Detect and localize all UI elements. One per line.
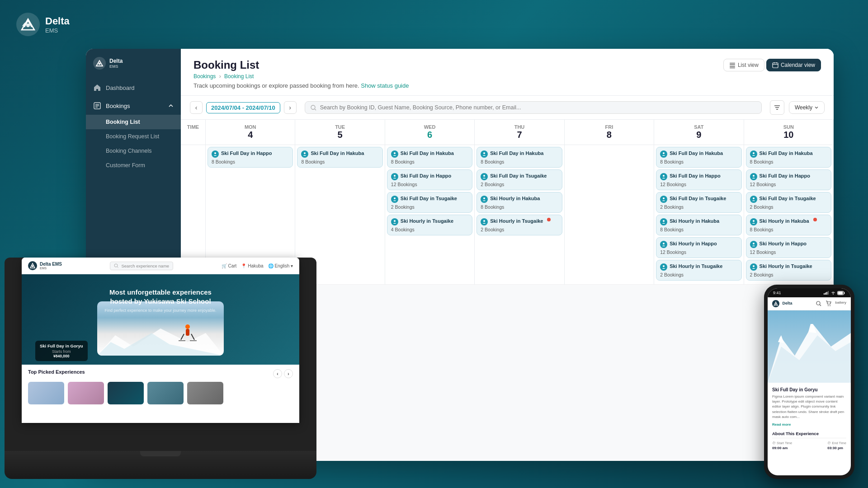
laptop-nav: 🛒 Cart 📍 Hakuba 🌐 English ▾ [222, 263, 293, 268]
phone-notch [796, 288, 823, 291]
next-picked-btn[interactable]: › [284, 369, 293, 378]
app-logo: Delta EMS [16, 13, 70, 36]
event-card[interactable]: Ski Full Day in Hakuba 8 Bookings [387, 147, 472, 168]
sidebar-item-customer-form[interactable]: Customer Form [86, 158, 181, 173]
prev-date-btn[interactable]: ‹ [190, 101, 203, 114]
event-icon [660, 196, 667, 203]
event-card[interactable]: Ski Full Day in Hakuba 8 Bookings [656, 147, 741, 168]
weekly-select[interactable]: Weekly [789, 101, 825, 114]
phone-card-title: Ski Full Day in Goryu [772, 387, 846, 392]
svg-point-1 [26, 23, 30, 27]
svg-point-12 [304, 152, 306, 154]
laptop-nav-lang[interactable]: 🌐 English ▾ [268, 263, 293, 268]
date-range-display: 2024/07/04 - 2024/07/10 [206, 102, 280, 113]
cal-header-fri: FRI 8 [565, 120, 654, 145]
phone-end-time: ⏱ End Time 03:30 pm [827, 441, 846, 450]
event-icon [391, 196, 398, 203]
svg-rect-6 [730, 65, 735, 66]
phone-search-icon[interactable] [816, 300, 822, 307]
phone-logo-icon [772, 300, 779, 307]
sidebar-logo-title: Delta [109, 58, 123, 64]
event-icon [391, 218, 398, 225]
picked-card-4[interactable] [147, 382, 184, 404]
picked-card-3[interactable] [108, 382, 144, 404]
sidebar-item-booking-list[interactable]: Booking List [86, 115, 181, 129]
picked-card-1[interactable] [28, 382, 64, 404]
event-card[interactable]: Ski Full Day in Happo 12 Bookings [656, 169, 741, 190]
svg-line-39 [191, 334, 194, 340]
event-card[interactable]: Ski Full Day in Happo 12 Bookings [746, 169, 831, 190]
event-card[interactable]: Ski Full Day in Hakuba 8 Bookings [297, 147, 382, 168]
prev-picked-btn[interactable]: ‹ [273, 369, 282, 378]
laptop-nav-location[interactable]: 📍 Hakuba [241, 263, 263, 268]
event-icon [660, 150, 667, 158]
event-card[interactable]: Ski Hourly in Happo 12 Bookings [656, 237, 741, 258]
svg-point-19 [483, 197, 485, 199]
event-alert-dot [813, 218, 817, 221]
sidebar-logo: Delta EMS [86, 57, 181, 79]
phone-info-row: ⏱ Start Time 09:00 am ⏱ End Time 03:30 p… [772, 438, 846, 450]
phone-read-more[interactable]: Read more [772, 422, 791, 427]
phone-start-time: ⏱ Start Time 09:00 am [772, 441, 792, 450]
filter-button[interactable] [770, 100, 784, 115]
event-card[interactable]: Ski Full Day in Tsugaike 2 Bookings [387, 192, 472, 213]
cal-header-mon: MON 4 [206, 120, 295, 145]
svg-rect-37 [186, 329, 189, 336]
next-date-btn[interactable]: › [284, 101, 297, 114]
event-card[interactable]: Ski Hourly in Tsugaike 2 Bookings [656, 260, 741, 281]
chevron-up-icon [168, 103, 174, 108]
event-card[interactable]: Ski Hourly in Happo 12 Bookings [746, 237, 831, 258]
svg-point-52 [830, 305, 830, 306]
svg-rect-44 [826, 292, 827, 295]
cal-cell-sun: Ski Full Day in Hakuba 8 Bookings Ski Fu… [744, 145, 834, 285]
event-card[interactable]: Ski Full Day in Tsugaike 2 Bookings [746, 192, 831, 213]
list-icon [729, 62, 736, 68]
svg-point-23 [663, 197, 665, 199]
search-bar[interactable] [305, 101, 762, 114]
laptop-hinge [140, 451, 181, 456]
laptop-hero: Most unforgettable experienceshosted by … [22, 274, 299, 365]
event-card[interactable]: Ski Hourly in Tsugaike 4 Bookings [387, 215, 472, 235]
picked-card-5[interactable] [187, 382, 223, 404]
app-logo-title: Delta [45, 15, 70, 27]
event-card[interactable]: Ski Full Day in Hakuba 8 Bookings [476, 147, 562, 168]
event-card[interactable]: Ski Full Day in Happo 12 Bookings [387, 169, 472, 190]
event-card[interactable]: Ski Full Day in Hakuba 8 Bookings [746, 147, 831, 168]
event-card[interactable]: Ski Hourly in Hakuba 8 Bookings [656, 215, 741, 235]
phone-cart-icon[interactable] [826, 300, 832, 307]
event-card[interactable]: Ski Hourly in Tsugaike 2 Bookings [476, 215, 562, 235]
list-view-btn[interactable]: List view [723, 59, 764, 71]
mountain-svg [97, 324, 224, 356]
laptop-nav-cart[interactable]: 🛒 Cart [222, 263, 237, 268]
event-card[interactable]: Ski Hourly in Tsugaike 2 Bookings [746, 260, 831, 281]
sidebar-logo-icon [93, 57, 106, 70]
calendar-icon [772, 62, 778, 68]
event-card[interactable]: Ski Hourly in Hakuba 8 Bookings [476, 192, 562, 213]
svg-point-35 [114, 264, 118, 267]
breadcrumb: Bookings › Booking List [193, 73, 409, 80]
svg-point-25 [663, 243, 665, 244]
sidebar-item-dashboard[interactable]: Dashboard [86, 79, 181, 97]
cal-header-wed: WED 6 [385, 120, 475, 145]
event-card[interactable]: Ski Hourly in Hakuba 8 Bookings [746, 215, 831, 235]
battery-icon [837, 291, 845, 295]
calendar-view-btn[interactable]: Calendar view [766, 59, 821, 71]
sidebar-item-booking-request-list[interactable]: Booking Request List [86, 129, 181, 144]
event-card[interactable]: Ski Full Day in Tsugaike 2 Bookings [476, 169, 562, 190]
svg-point-18 [483, 175, 485, 177]
laptop-base [5, 451, 316, 479]
svg-rect-43 [825, 293, 826, 295]
sidebar-item-bookings[interactable]: Bookings [86, 97, 181, 115]
event-card[interactable]: Ski Full Day in Happo 8 Bookings [208, 147, 293, 168]
search-input[interactable] [320, 104, 756, 111]
event-card[interactable]: Ski Full Day in Tsugaike 2 Bookings [656, 192, 741, 213]
laptop-logo: Delta EMS EMS [28, 261, 62, 270]
event-icon [750, 150, 757, 158]
status-guide-link[interactable]: Show status guide [361, 82, 409, 89]
sidebar-item-booking-channels[interactable]: Booking Channels [86, 144, 181, 158]
event-icon [660, 173, 667, 180]
phone-nav-icons: battery [816, 300, 846, 307]
laptop-search[interactable]: Search experience name [110, 262, 173, 270]
event-icon [750, 241, 757, 248]
picked-card-2[interactable] [68, 382, 104, 404]
